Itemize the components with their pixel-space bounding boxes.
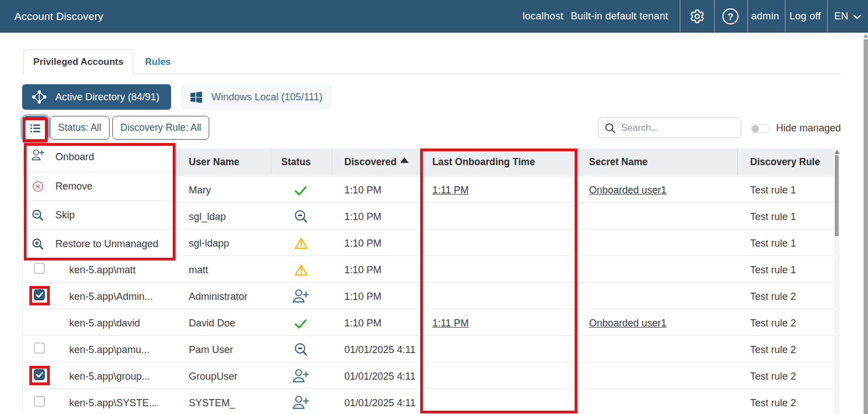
svg-text:?: ? [727, 12, 733, 22]
